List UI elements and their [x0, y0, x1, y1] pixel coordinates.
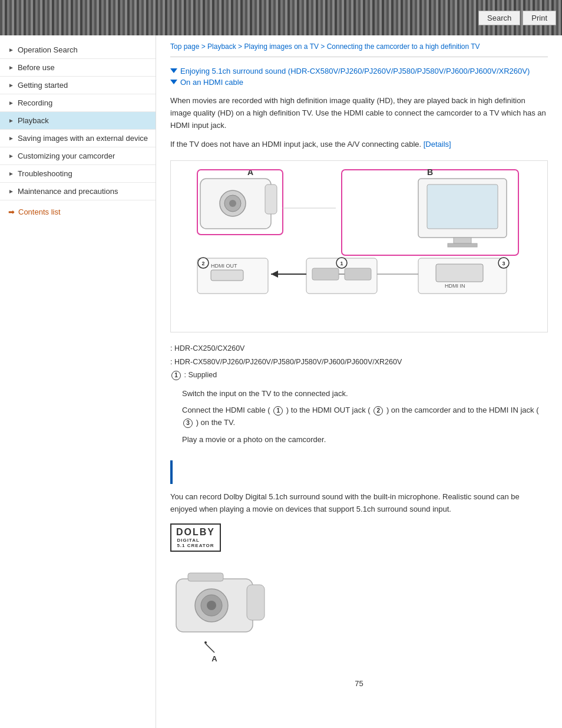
sidebar-item-playback[interactable]: ►Playback [0, 112, 156, 130]
sidebar-item-label: Before use [18, 63, 150, 72]
page-number: 75 [170, 679, 548, 700]
svg-rect-8 [427, 185, 498, 229]
surround-content [180, 460, 548, 484]
sidebar-item-label: Playback [18, 116, 150, 125]
svg-rect-10 [448, 243, 477, 247]
contents-list-link[interactable]: ➡ Contents list [0, 200, 156, 223]
sidebar-arrow-icon: ► [8, 47, 14, 53]
sidebar-item-maintenance-and-precautions[interactable]: ►Maintenance and precautions [0, 183, 156, 200]
sidebar-item-before-use[interactable]: ►Before use [0, 59, 156, 77]
section-link-hdmi-label: On an HDMI cable [180, 78, 243, 87]
sidebar-arrow-icon: ► [8, 153, 14, 159]
sidebar-item-troubleshooting[interactable]: ►Troubleshooting [0, 165, 156, 183]
circle-2-step2: 2 [373, 406, 383, 416]
svg-text:2: 2 [201, 261, 204, 266]
svg-text:A: A [247, 167, 253, 177]
breadcrumb-link-2[interactable]: Playing images on a TV [244, 42, 319, 51]
svg-text:HDMI OUT: HDMI OUT [211, 263, 237, 269]
svg-point-38 [204, 641, 207, 644]
sidebar-item-label: Saving images with an external device [18, 134, 150, 143]
breadcrumb-link-1[interactable]: Playback [207, 42, 236, 51]
main-content: Top page > Playback > Playing images on … [156, 35, 562, 728]
dolby-logo: DOLBY DIGITAL5.1 CREATOR [170, 523, 221, 552]
model-list: : HDR-CX250/CX260V : HDR-CX580V/PJ260/PJ… [170, 342, 548, 382]
circle-3-step2: 3 [183, 419, 193, 428]
svg-rect-15 [211, 270, 243, 281]
section-link-surround[interactable]: Enjoying 5.1ch surround sound (HDR-CX580… [170, 67, 548, 75]
body-paragraph-2: If the TV does not have an HDMI input ja… [170, 139, 548, 151]
camcorder-bottom-svg: A [170, 561, 288, 667]
sidebar: ►Operation Search►Before use►Getting sta… [0, 35, 156, 728]
print-button[interactable]: Print [523, 11, 556, 25]
breadcrumb-separator: > [199, 42, 207, 51]
page-layout: ►Operation Search►Before use►Getting sta… [0, 35, 562, 728]
breadcrumb-separator: > [236, 42, 244, 51]
breadcrumb-link-3[interactable]: Connecting the camcorder to a high defin… [327, 42, 480, 51]
svg-point-33 [207, 601, 216, 610]
triangle-down-icon [170, 68, 177, 73]
sidebar-item-operation-search[interactable]: ►Operation Search [0, 41, 156, 59]
step2-pre: Connect the HDMI cable ( [182, 406, 270, 414]
svg-text:B: B [427, 167, 433, 177]
hdmi-diagram-svg: A B HDMI OUT [194, 167, 524, 326]
svg-rect-35 [188, 573, 223, 581]
blue-bar [170, 460, 173, 484]
steps-list: Switch the input on the TV to the connec… [182, 388, 548, 446]
sidebar-arrow-icon: ► [8, 117, 14, 124]
circle-1-step2: 1 [273, 406, 283, 416]
svg-rect-9 [454, 238, 471, 243]
dolby-main-text: DOLBY [176, 527, 215, 538]
step2-mid2: ) on the camcorder and to the HDMI IN ja… [386, 406, 539, 414]
sidebar-item-label: Recording [18, 98, 150, 107]
dolby-sub-text: DIGITAL5.1 CREATOR [177, 538, 214, 548]
svg-text:1: 1 [340, 261, 343, 266]
header: Search Print [0, 0, 562, 35]
svg-rect-20 [345, 268, 371, 280]
surround-text: You can record Dolby Digital 5.1ch surro… [170, 491, 548, 516]
paragraph2-text: If the TV does not have an HDMI input ja… [170, 140, 421, 149]
svg-rect-4 [265, 185, 277, 214]
svg-point-3 [229, 200, 236, 207]
sidebar-item-recording[interactable]: ►Recording [0, 94, 156, 112]
sidebar-arrow-icon: ► [8, 82, 14, 88]
surround-section [170, 460, 548, 484]
breadcrumb-link-0[interactable]: Top page [170, 42, 199, 51]
contents-list-label: Contents list [18, 207, 61, 216]
section-link-hdmi[interactable]: On an HDMI cable [170, 78, 548, 87]
supplied-row: 1 : Supplied [170, 368, 548, 382]
sidebar-item-customizing-your-camcorder[interactable]: ►Customizing your camcorder [0, 147, 156, 165]
sidebar-item-label: Operation Search [18, 45, 150, 54]
sidebar-arrow-icon: ► [8, 188, 14, 195]
supplied-label: : Supplied [184, 371, 217, 379]
sidebar-item-saving-images-with-an-external-device[interactable]: ►Saving images with an external device [0, 130, 156, 147]
arrow-right-icon: ➡ [8, 207, 15, 216]
model-b-row: : HDR-CX580V/PJ260/PJ260V/PJ580/PJ580V/P… [170, 355, 548, 369]
section-links: Enjoying 5.1ch surround sound (HDR-CX580… [170, 67, 548, 87]
details-link[interactable]: [Details] [424, 140, 451, 149]
svg-rect-34 [247, 585, 265, 620]
sidebar-arrow-icon: ► [8, 100, 14, 106]
search-button[interactable]: Search [478, 11, 520, 25]
model-b-label: : HDR-CX580V/PJ260/PJ260V/PJ580/PJ580V/P… [170, 358, 402, 366]
step2-mid1: ) to the HDMI OUT jack ( [286, 406, 371, 414]
sidebar-arrow-icon: ► [8, 64, 14, 71]
sidebar-item-getting-started[interactable]: ►Getting started [0, 77, 156, 94]
body-paragraph-1: When movies are recorded with high defin… [170, 95, 548, 131]
breadcrumb-separator: > [319, 42, 327, 51]
svg-text:HDMI IN: HDMI IN [445, 283, 465, 289]
step-3: Play a movie or a photo on the camcorder… [182, 434, 548, 446]
sidebar-arrow-icon: ► [8, 170, 14, 177]
svg-rect-19 [312, 268, 339, 280]
breadcrumb: Top page > Playback > Playing images on … [170, 35, 548, 57]
svg-text:A: A [211, 654, 217, 663]
triangle-down-icon-2 [170, 80, 177, 84]
sidebar-item-label: Maintenance and precautions [18, 187, 150, 196]
circle-1: 1 [171, 371, 181, 380]
sidebar-item-label: Troubleshooting [18, 169, 150, 178]
step-1: Switch the input on the TV to the connec… [182, 388, 548, 400]
hdmi-diagram: A B HDMI OUT [170, 160, 548, 332]
camcorder-drawing-area: A [170, 561, 548, 667]
sidebar-item-label: Customizing your camcorder [18, 151, 150, 160]
step-2: Connect the HDMI cable ( 1 ) to the HDMI… [182, 404, 548, 429]
dolby-logo-area: DOLBY DIGITAL5.1 CREATOR [170, 523, 548, 552]
